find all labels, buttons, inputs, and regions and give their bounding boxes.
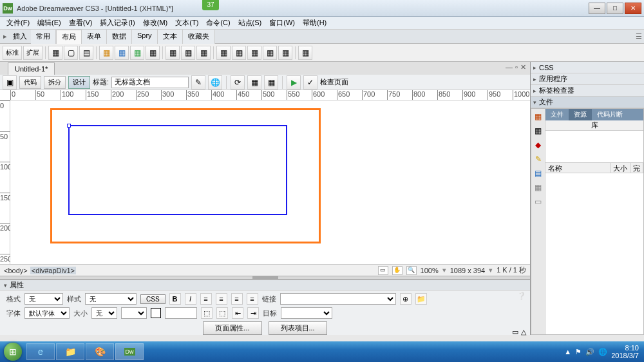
files-ic-1[interactable]: ▦ <box>533 111 544 122</box>
canvas-dimensions[interactable]: 1089 x 394 <box>450 267 485 274</box>
document-tab[interactable]: Untitled-1* <box>8 62 55 75</box>
doc-icon[interactable]: ▣ <box>3 75 17 90</box>
layout-tool-2[interactable]: ▢ <box>64 46 78 60</box>
task-paint[interactable]: 🎨 <box>86 343 114 360</box>
toolbar-btn-4[interactable]: ▦ <box>264 75 278 90</box>
menu-help[interactable]: 帮助(H) <box>299 17 330 29</box>
menu-site[interactable]: 站点(S) <box>234 17 266 29</box>
tray-icon[interactable]: ⚑ <box>575 348 582 356</box>
toolbar-btn-5[interactable]: ▶ <box>287 75 301 90</box>
insert-menu-icon[interactable]: ☰ <box>634 32 644 41</box>
title-input[interactable] <box>111 77 189 88</box>
resize-handle[interactable] <box>67 124 71 128</box>
toolbar-btn-1[interactable]: ✎ <box>191 75 205 90</box>
layout-tool-5[interactable]: ▦ <box>115 46 129 60</box>
tab-layout[interactable]: 布局 <box>56 30 82 44</box>
view-code-button[interactable]: 代码 <box>19 76 41 89</box>
task-explorer[interactable]: 📁 <box>56 343 84 360</box>
menu-view[interactable]: 查看(V) <box>65 17 97 29</box>
menu-text[interactable]: 文本(T) <box>171 17 202 29</box>
italic-button[interactable]: I <box>185 293 196 305</box>
tab-text[interactable]: 文本 <box>158 30 183 44</box>
color-swatch[interactable] <box>151 308 161 318</box>
layout-tool-1[interactable]: ▦ <box>48 46 62 60</box>
panel-application[interactable]: ▸应用程序 <box>531 73 644 85</box>
layout-tool-12[interactable]: ▦ <box>232 46 246 60</box>
outdent-button[interactable]: ⇤ <box>232 307 243 319</box>
size-unit-select[interactable] <box>121 307 147 319</box>
color-input[interactable] <box>165 307 197 319</box>
task-dreamweaver[interactable]: Dw <box>115 343 144 360</box>
zoom-value[interactable]: 100% <box>421 267 439 274</box>
files-tab-assets[interactable]: 资源 <box>569 109 592 120</box>
standard-button[interactable]: 标准 <box>3 46 22 60</box>
size-select[interactable]: 无 <box>91 307 117 319</box>
tab-favorites[interactable]: 收藏夹 <box>183 30 215 44</box>
target-select[interactable] <box>281 307 332 319</box>
task-ie[interactable]: e <box>26 343 55 360</box>
doc-close-icon[interactable]: ✕ <box>520 63 526 71</box>
tab-spry[interactable]: Spry <box>132 30 158 44</box>
maximize-button[interactable]: □ <box>607 3 623 14</box>
list-item-button[interactable]: 列表项目... <box>269 321 327 335</box>
toolbar-btn-3[interactable]: ▦ <box>247 75 261 90</box>
props-icon-2[interactable]: △ <box>521 328 526 336</box>
css-button[interactable]: CSS <box>140 294 166 304</box>
font-select[interactable]: 默认字体 <box>24 307 70 319</box>
layout-tool-3[interactable]: ▤ <box>79 46 93 60</box>
props-icon-1[interactable]: ▭ <box>512 328 518 336</box>
close-button[interactable]: ✕ <box>625 3 641 14</box>
tray-icon[interactable]: 🔊 <box>585 348 594 356</box>
menu-file[interactable]: 文件(F) <box>3 17 33 29</box>
collapse-insert-icon[interactable]: ▸ <box>1 32 9 41</box>
layout-tool-9[interactable]: ▦ <box>181 46 195 60</box>
layout-tool-11[interactable]: ▦ <box>216 46 231 60</box>
layout-tool-13[interactable]: ▦ <box>247 46 261 60</box>
start-button[interactable]: ⊞ <box>0 341 26 362</box>
panel-files[interactable]: ▾文件 <box>531 97 644 108</box>
check-page-label[interactable]: 检查页面 <box>320 77 348 87</box>
align-right-button[interactable]: ≡ <box>231 293 243 305</box>
view-split-button[interactable]: 拆分 <box>44 76 66 89</box>
doc-restore-icon[interactable]: ▫ <box>515 63 518 71</box>
tab-common[interactable]: 常用 <box>31 30 56 44</box>
design-canvas[interactable] <box>10 100 530 264</box>
clock[interactable]: 8:10 2018/3/7 <box>611 344 639 359</box>
link-select[interactable] <box>280 293 396 305</box>
menu-window[interactable]: 窗口(W) <box>265 17 299 29</box>
files-ic-2[interactable]: ▦ <box>533 126 544 136</box>
hand-tool-icon[interactable]: ✋ <box>392 266 402 275</box>
layout-tool-15[interactable]: ▦ <box>278 46 292 60</box>
align-center-button[interactable]: ≡ <box>216 293 227 305</box>
properties-header[interactable]: ▾ 属性 <box>0 280 530 291</box>
style-select[interactable]: 无 <box>85 293 137 305</box>
layout-tool-4[interactable]: ▦ <box>99 46 113 60</box>
format-select[interactable]: 无 <box>24 293 63 305</box>
doc-minimize-icon[interactable]: — <box>506 63 513 71</box>
point-to-file-icon[interactable]: ⊕ <box>400 293 412 305</box>
tab-forms[interactable]: 表单 <box>82 30 107 44</box>
page-properties-button[interactable]: 页面属性... <box>203 321 261 335</box>
files-ic-5[interactable]: ▤ <box>533 168 544 178</box>
view-design-button[interactable]: 设计 <box>68 76 90 89</box>
tray-icon[interactable]: 🌐 <box>598 348 607 356</box>
menu-modify[interactable]: 修改(M) <box>139 17 172 29</box>
browse-folder-icon[interactable]: 📁 <box>415 293 427 305</box>
files-ic-7[interactable]: ▭ <box>533 196 544 207</box>
help-icon[interactable]: ❔ <box>517 292 526 300</box>
files-ic-3[interactable]: ◆ <box>533 140 544 150</box>
layout-tool-7[interactable]: ▦ <box>146 46 160 60</box>
layout-tool-10[interactable]: ▦ <box>196 46 211 60</box>
align-left-button[interactable]: ≡ <box>200 293 212 305</box>
files-tab-snippets[interactable]: 代码片断 <box>592 109 628 120</box>
panel-css[interactable]: ▸CSS <box>531 62 644 73</box>
toolbar-btn-6[interactable]: ✓ <box>303 75 317 90</box>
list-ol-button[interactable]: ⬚ <box>216 307 228 319</box>
layout-tool-16[interactable]: ▦ <box>298 46 312 60</box>
ap-div-selected[interactable] <box>68 125 287 215</box>
files-ic-4[interactable]: ✎ <box>533 154 544 164</box>
bold-button[interactable]: B <box>169 293 181 305</box>
files-tab-files[interactable]: 文件 <box>545 109 569 120</box>
layout-tool-14[interactable]: ▦ <box>263 46 277 60</box>
align-justify-button[interactable]: ≡ <box>247 293 258 305</box>
